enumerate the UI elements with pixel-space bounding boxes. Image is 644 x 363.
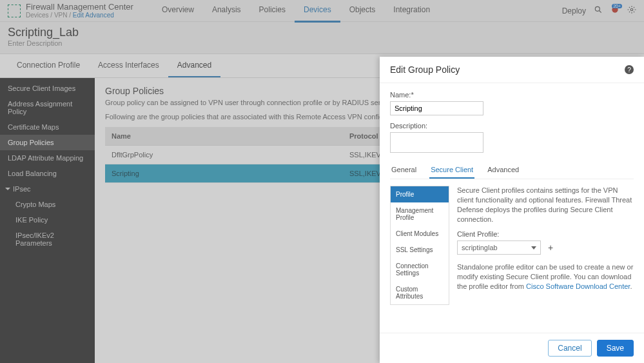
tab-advanced[interactable]: Advanced: [168, 54, 220, 77]
tab-connection-profile[interactable]: Connection Profile: [8, 54, 89, 77]
panel-title: Edit Group Policy: [390, 64, 460, 75]
svg-point-0: [595, 6, 600, 11]
help-icon[interactable]: ?: [625, 65, 634, 74]
info-text-1: Secure Client profiles contains settings…: [457, 186, 634, 224]
chevron-down-icon: [531, 246, 536, 250]
dropdown-value: scriptinglab: [462, 244, 498, 251]
notifications-badge: 20+: [612, 4, 622, 8]
add-profile-button[interactable]: +: [545, 242, 556, 253]
chevron-down-icon: [5, 188, 10, 190]
sidebar-item-ike-policy[interactable]: IKE Policy: [0, 212, 95, 228]
name-input[interactable]: [390, 101, 483, 115]
col-name: Name: [105, 127, 343, 146]
brand-title: Firewall Management Center: [26, 3, 133, 12]
client-profile-row: scriptinglab +: [457, 240, 634, 255]
save-button[interactable]: Save: [597, 340, 634, 357]
page-title: Scripting_Lab: [8, 26, 636, 39]
nav-policies[interactable]: Policies: [250, 0, 295, 23]
sidebar-item-ldap-mapping[interactable]: LDAP Attribute Mapping: [0, 150, 95, 166]
panel-footer: Cancel Save: [380, 333, 644, 363]
edit-group-policy-panel: Edit Group Policy ? Name: Description: G…: [380, 57, 644, 363]
cell-name: Scripting: [105, 164, 343, 183]
panel-header: Edit Group Policy ?: [380, 57, 644, 83]
search-icon[interactable]: [594, 5, 603, 16]
panel-tab-advanced[interactable]: Advanced: [486, 163, 520, 179]
secure-client-row: Profile Management Profile Client Module…: [390, 186, 634, 305]
menu-client-modules[interactable]: Client Modules: [391, 226, 449, 242]
notifications-icon[interactable]: 20+: [610, 5, 620, 16]
tab-access-interfaces[interactable]: Access Interfaces: [89, 54, 168, 77]
secure-client-content: Secure Client profiles contains settings…: [457, 186, 634, 305]
panel-tab-general[interactable]: General: [390, 163, 418, 179]
brand-block: Firewall Management Center Devices / VPN…: [26, 3, 133, 19]
settings-icon[interactable]: [627, 5, 636, 16]
top-right: Deploy 20+: [562, 5, 636, 16]
sidebar-item-address-assignment[interactable]: Address Assignment Policy: [0, 96, 95, 119]
menu-profile[interactable]: Profile: [391, 186, 449, 202]
name-label: Name:: [390, 91, 634, 99]
nav-objects[interactable]: Objects: [340, 0, 385, 23]
deploy-button[interactable]: Deploy: [562, 6, 586, 15]
panel-body: Name: Description: General Secure Client…: [380, 83, 644, 333]
cell-name: DfltGrpPolicy: [105, 146, 343, 164]
menu-management-profile[interactable]: Management Profile: [391, 202, 449, 226]
sidebar-item-certificate-maps[interactable]: Certificate Maps: [0, 119, 95, 135]
main-nav: Overview Analysis Policies Devices Objec…: [153, 0, 439, 23]
breadcrumb-current[interactable]: Edit Advanced: [73, 12, 114, 19]
menu-ssl-settings[interactable]: SSL Settings: [391, 242, 449, 258]
breadcrumb: Devices / VPN / Edit Advanced: [26, 12, 133, 19]
nav-overview[interactable]: Overview: [153, 0, 203, 23]
client-profile-dropdown[interactable]: scriptinglab: [457, 240, 541, 255]
page-subtitle: Enter Description: [8, 39, 636, 47]
sidebar-item-load-balancing[interactable]: Load Balancing: [0, 166, 95, 181]
menu-connection-settings[interactable]: Connection Settings: [391, 258, 449, 281]
breadcrumb-prefix: Devices / VPN /: [26, 12, 73, 19]
nav-devices[interactable]: Devices: [295, 0, 340, 23]
download-center-link[interactable]: Cisco Software Download Center: [526, 282, 630, 290]
sidebar-group-label: IPsec: [13, 185, 31, 193]
cancel-button[interactable]: Cancel: [548, 340, 591, 357]
sidebar-group-ipsec[interactable]: IPsec: [0, 181, 95, 197]
panel-tabs: General Secure Client Advanced: [390, 163, 634, 179]
nav-analysis[interactable]: Analysis: [203, 0, 250, 23]
info-text-2: Standalone profile editor can be used to…: [457, 262, 634, 291]
sidebar-item-group-policies[interactable]: Group Policies: [0, 135, 95, 150]
nav-integration[interactable]: Integration: [384, 0, 439, 23]
sidebar-item-crypto-maps[interactable]: Crypto Maps: [0, 197, 95, 212]
secure-client-menu: Profile Management Profile Client Module…: [390, 186, 449, 305]
description-input[interactable]: [390, 132, 483, 153]
client-profile-label: Client Profile:: [457, 230, 634, 238]
menu-custom-attributes[interactable]: Custom Attributes: [391, 281, 449, 304]
svg-point-3: [630, 8, 633, 11]
sidebar-item-secure-client-images[interactable]: Secure Client Images: [0, 81, 95, 96]
svg-line-1: [600, 11, 601, 13]
sidebar: Secure Client Images Address Assignment …: [0, 78, 95, 363]
brand-logo: [8, 5, 21, 17]
info2-post: .: [630, 282, 632, 290]
top-header: Firewall Management Center Devices / VPN…: [0, 0, 644, 22]
panel-tab-secure-client[interactable]: Secure Client: [429, 163, 474, 179]
description-label: Description:: [390, 122, 634, 130]
sidebar-item-ipsec-ikev2[interactable]: IPsec/IKEv2 Parameters: [0, 228, 95, 251]
page-title-row: Scripting_Lab Enter Description: [0, 22, 644, 54]
